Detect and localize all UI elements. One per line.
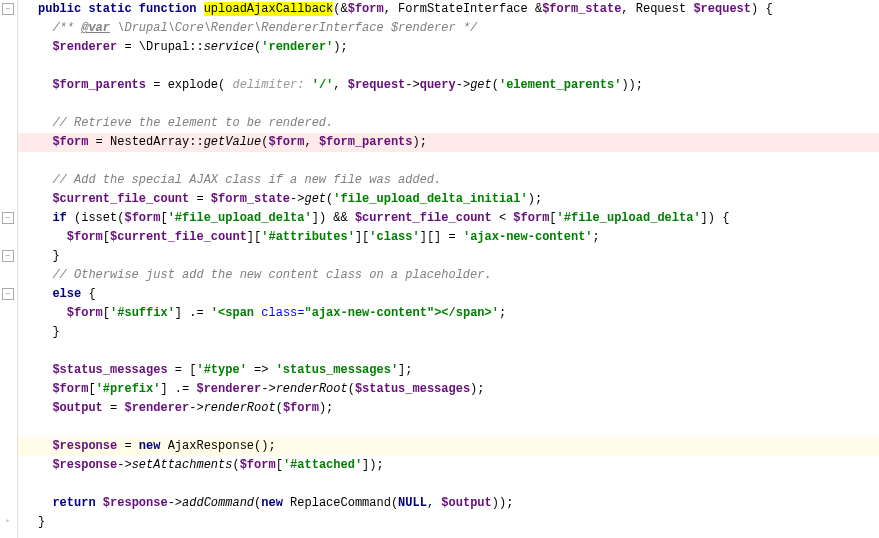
code-line: // Retrieve the element to be rendered. bbox=[18, 114, 879, 133]
code-line bbox=[18, 95, 879, 114]
fold-icon[interactable]: − bbox=[2, 212, 14, 224]
code-line: if (isset($form['#file_upload_delta']) &… bbox=[18, 209, 879, 228]
gutter: − − − − ▸ bbox=[0, 0, 18, 538]
code-line: $output = $renderer->renderRoot($form); bbox=[18, 399, 879, 418]
code-line bbox=[18, 57, 879, 76]
code-line: } bbox=[18, 247, 879, 266]
code-line-highlighted: $form = NestedArray::getValue($form, $fo… bbox=[18, 133, 879, 152]
code-line: $form_parents = explode( delimiter: '/',… bbox=[18, 76, 879, 95]
code-line: public static function uploadAjaxCallbac… bbox=[18, 0, 879, 19]
code-line: } bbox=[18, 323, 879, 342]
code-line bbox=[18, 418, 879, 437]
marker-icon[interactable]: ▸ bbox=[2, 515, 14, 527]
fold-icon[interactable]: − bbox=[2, 288, 14, 300]
fold-icon[interactable]: − bbox=[2, 3, 14, 15]
fold-icon[interactable]: − bbox=[2, 250, 14, 262]
code-line bbox=[18, 152, 879, 171]
code-line: $form['#prefix'] .= $renderer->renderRoo… bbox=[18, 380, 879, 399]
code-line: // Add the special AJAX class if a new f… bbox=[18, 171, 879, 190]
code-line: $response->setAttachments($form['#attach… bbox=[18, 456, 879, 475]
code-line: $form[$current_file_count]['#attributes'… bbox=[18, 228, 879, 247]
code-area[interactable]: public static function uploadAjaxCallbac… bbox=[18, 0, 879, 538]
code-line-highlighted: $response = new AjaxResponse(); bbox=[18, 437, 879, 456]
code-line: // Otherwise just add the new content cl… bbox=[18, 266, 879, 285]
code-line: $status_messages = ['#type' => 'status_m… bbox=[18, 361, 879, 380]
highlighted-fn: uploadAjaxCallback bbox=[204, 2, 334, 16]
code-line: $renderer = \Drupal::service('renderer')… bbox=[18, 38, 879, 57]
code-line bbox=[18, 342, 879, 361]
code-line: $form['#suffix'] .= '<span class="ajax-n… bbox=[18, 304, 879, 323]
code-editor: − − − − ▸ public static function uploadA… bbox=[0, 0, 879, 538]
code-line bbox=[18, 475, 879, 494]
code-line: return $response->addCommand(new Replace… bbox=[18, 494, 879, 513]
code-line: } bbox=[18, 513, 879, 532]
code-line: /** @var \Drupal\Core\Render\RendererInt… bbox=[18, 19, 879, 38]
code-line: else { bbox=[18, 285, 879, 304]
code-line: $current_file_count = $form_state->get('… bbox=[18, 190, 879, 209]
